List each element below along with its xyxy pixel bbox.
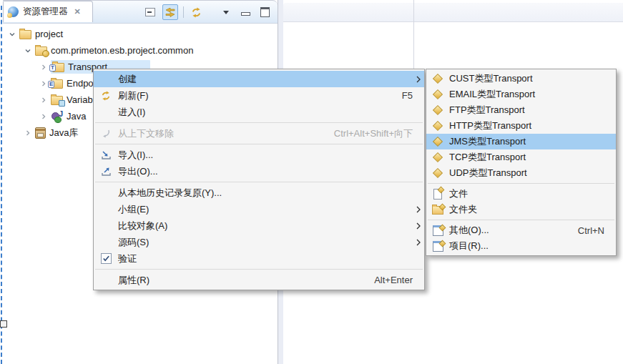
link-with-editor-icon[interactable] [162, 4, 178, 20]
tree-item-label: Endpo [67, 78, 94, 89]
transport-type-icon [426, 138, 449, 145]
menu-separator [95, 144, 423, 144]
view-menu-icon[interactable] [219, 5, 233, 19]
tree-item-project[interactable]: project [4, 26, 276, 42]
submenu-item-new-other[interactable]: 其他(O)... Ctrl+N [426, 222, 616, 238]
java-library-icon [35, 127, 46, 139]
menu-item-import[interactable]: 导入(I)... [94, 147, 424, 163]
transport-type-icon [426, 75, 449, 82]
transport-type-icon [426, 91, 449, 98]
panel-drag-guide[interactable] [1, 6, 2, 364]
menu-separator [95, 182, 423, 182]
submenu-item-new-folder[interactable]: 文件夹 [426, 202, 616, 217]
menu-item-properties[interactable]: 属性(R) Alt+Enter [94, 272, 424, 288]
refresh-icon [94, 91, 118, 101]
new-wizard-icon [426, 225, 449, 236]
submenu-item-http-transport[interactable]: HTTP类型Transport [426, 118, 616, 134]
menu-separator [95, 269, 423, 270]
transport-folder-icon: T [52, 63, 64, 72]
chevron-right-icon[interactable] [40, 113, 47, 120]
submenu-item-new-project[interactable]: 项目(R)... [426, 238, 616, 254]
submenu-item-tcp-transport[interactable]: TCP类型Transport [426, 149, 616, 165]
remove-from-context-icon [94, 129, 118, 138]
submenu-item-cust-transport[interactable]: CUST类型Transport [426, 71, 616, 87]
chevron-right-icon[interactable] [40, 64, 47, 71]
submenu-item-email-transport[interactable]: EMAIL类型Transport [426, 87, 616, 102]
menu-item-restore-from-history[interactable]: 从本地历史记录复原(Y)... [94, 185, 424, 201]
menu-item-go-into[interactable]: 进入(I) [94, 104, 424, 120]
panel-drag-handle[interactable] [0, 320, 7, 328]
submenu-item-udp-transport[interactable]: UDP类型Transport [426, 165, 616, 181]
transport-type-icon [426, 169, 449, 177]
transport-type-icon [426, 107, 449, 114]
tab-resource-explorer[interactable]: 资源管理器 ✕ [3, 1, 93, 22]
menu-item-export[interactable]: 导出(O)... [94, 163, 424, 179]
submenu-arrow-icon [413, 222, 424, 230]
project-folder-icon [19, 30, 31, 39]
new-project-icon [426, 241, 449, 252]
menu-separator [95, 122, 423, 123]
java-icon: J [51, 111, 63, 122]
refresh-view-icon[interactable] [189, 5, 203, 19]
menu-item-remove-from-context[interactable]: 从上下文移除 Ctrl+Alt+Shift+向下 [94, 125, 424, 142]
tree-item-label: project [35, 29, 63, 39]
view-toolbar [143, 4, 272, 21]
close-icon[interactable]: ✕ [72, 6, 83, 17]
tree-item-label: com.primeton.esb.project.common [51, 45, 193, 56]
create-submenu: CUST类型Transport EMAIL类型Transport FTP类型Tr… [426, 69, 617, 256]
view-tab-title: 资源管理器 [23, 6, 68, 18]
endpoint-folder-icon: E [51, 79, 63, 89]
chevron-down-icon[interactable] [9, 31, 16, 38]
menu-separator [428, 220, 614, 220]
menu-item-team[interactable]: 小组(E) [94, 201, 424, 217]
eclipse-workbench: 资源管理器 ✕ [0, 0, 623, 364]
tree-item-label: Variab [67, 94, 93, 105]
new-file-icon [426, 189, 449, 200]
import-icon [94, 150, 118, 160]
panel-header: 资源管理器 ✕ [3, 0, 278, 24]
explorer-view-icon [8, 6, 19, 17]
context-menu: 创建 刷新(F) F5 进入(I) [93, 69, 425, 290]
variables-folder-icon [51, 96, 63, 105]
export-icon [94, 167, 118, 177]
chevron-right-icon[interactable] [24, 129, 31, 137]
chevron-right-icon[interactable] [40, 97, 47, 104]
minimize-icon[interactable] [238, 5, 252, 19]
chevron-down-icon[interactable] [24, 47, 31, 54]
new-folder-icon [426, 205, 449, 215]
chevron-right-icon[interactable] [40, 80, 47, 87]
editor-area-divider [413, 0, 414, 69]
editor-tab-strip [283, 3, 623, 22]
transport-type-icon [426, 154, 449, 161]
submenu-arrow-icon [413, 75, 424, 84]
tree-item-esb-package[interactable]: com.primeton.esb.project.common [4, 42, 276, 59]
menu-item-create[interactable]: 创建 [94, 71, 424, 87]
esb-package-icon [35, 46, 47, 56]
submenu-arrow-icon [413, 205, 424, 214]
toolbar-separator [183, 6, 184, 18]
submenu-item-ftp-transport[interactable]: FTP类型Transport [426, 102, 616, 118]
submenu-item-jms-transport[interactable]: JMS类型Transport [426, 134, 616, 149]
submenu-arrow-icon [413, 238, 424, 247]
maximize-icon[interactable] [257, 5, 272, 19]
checkbox-checked-icon [101, 253, 112, 264]
tree-item-label: Java库 [49, 127, 78, 139]
tree-item-label: Java [67, 111, 86, 122]
transport-type-icon [426, 122, 449, 129]
menu-item-compare-with[interactable]: 比较对象(A) [94, 217, 424, 234]
menu-item-refresh[interactable]: 刷新(F) F5 [94, 87, 424, 104]
menu-item-source[interactable]: 源码(S) [94, 234, 424, 250]
menu-separator [428, 183, 614, 184]
collapse-all-icon[interactable] [143, 5, 157, 19]
menu-item-validate[interactable]: 验证 [94, 250, 424, 267]
submenu-item-new-file[interactable]: 文件 [426, 186, 616, 202]
